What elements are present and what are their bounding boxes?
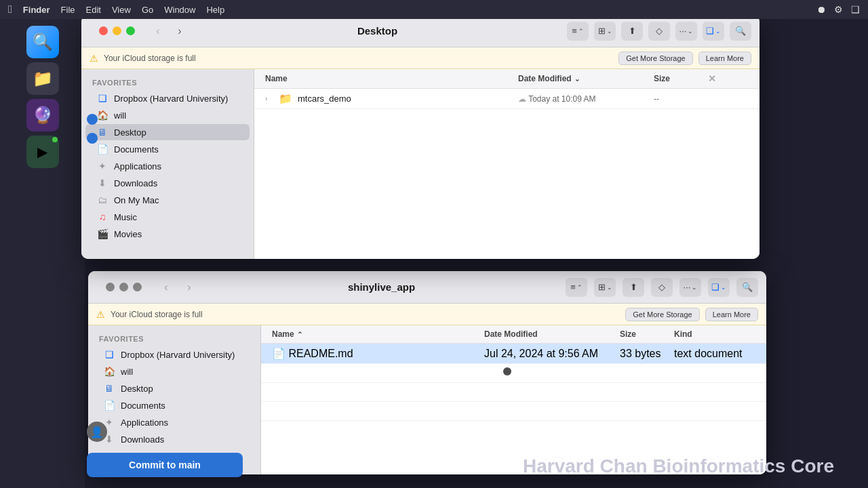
- sidebar-item-dropbox-top[interactable]: ❑ Dropbox (Harvard University): [85, 90, 250, 106]
- menubar-file[interactable]: File: [61, 5, 75, 15]
- dropbox-menubar-icon[interactable]: ❑: [851, 4, 860, 15]
- col-name-top[interactable]: Name: [265, 73, 518, 84]
- dock-icon-app2[interactable]: 🔮: [26, 99, 59, 131]
- sidebar-item-desktop-top[interactable]: 🖥 Desktop: [85, 124, 250, 140]
- finder-title-bottom: shinylive_app: [204, 281, 559, 293]
- sort-arrow-name-bottom: ⌃: [297, 331, 302, 338]
- sidebar-item-downloads-top[interactable]: ⬇ Downloads: [85, 175, 250, 191]
- back-button-top[interactable]: ‹: [150, 23, 166, 39]
- search-btn-bottom[interactable]: 🔍: [736, 278, 758, 297]
- grid-view-btn-top[interactable]: ⊞ ⌄: [594, 22, 616, 41]
- close-button-bottom[interactable]: [106, 283, 115, 291]
- col-date-bottom[interactable]: Date Modified: [484, 329, 620, 339]
- empty-row-3: [261, 402, 766, 421]
- learn-more-btn-bottom[interactable]: Learn More: [705, 308, 758, 321]
- dock-icon-app3[interactable]: ▶: [26, 136, 59, 168]
- more-btn-top[interactable]: ··· ⌄: [675, 22, 697, 41]
- col-date-top[interactable]: Date Modified ⌄: [518, 73, 654, 84]
- sidebar-item-documents-bottom[interactable]: 📄 Documents: [92, 397, 256, 413]
- sidebar-item-onmymac-top[interactable]: 🗂 On My Mac: [85, 192, 250, 208]
- dock-icon-finder[interactable]: 🔍: [26, 26, 59, 58]
- menubar-window[interactable]: Window: [164, 5, 195, 15]
- maximize-button-top[interactable]: [126, 26, 135, 35]
- row-size-readme: 33 bytes: [620, 348, 674, 360]
- row-size-mtcars: --: [654, 94, 708, 104]
- desktop-icon-bottom: 🖥: [103, 382, 115, 394]
- list-view-btn-bottom[interactable]: ≡ ⌃: [566, 278, 587, 297]
- sidebar-item-movies-top[interactable]: 🎬 Movies: [85, 226, 250, 242]
- search-btn-top[interactable]: 🔍: [730, 22, 751, 41]
- finder-content-top: Name Date Modified ⌄ Size ✕ › 📁 mtcars_d…: [254, 69, 760, 259]
- sidebar-label-movies-top: Movies: [114, 229, 142, 239]
- forward-button-bottom[interactable]: ›: [181, 279, 197, 296]
- view-toggle-bottom: ≡ ⌃: [566, 278, 587, 297]
- sidebar-item-music-top[interactable]: ♫ Music: [85, 209, 250, 225]
- list-view-btn-top[interactable]: ≡ ⌃: [567, 22, 589, 41]
- menubar-help[interactable]: Help: [206, 5, 224, 15]
- git-status-area: [87, 114, 98, 125]
- extensions-icon[interactable]: ⚙: [834, 4, 843, 15]
- table-row-readme[interactable]: 📄 README.md Jul 24, 2024 at 9:56 AM 33 b…: [261, 344, 766, 364]
- sidebar-item-downloads-bottom[interactable]: ⬇ Downloads: [92, 431, 256, 447]
- dropbox-sidebar-icon-bottom: ❑: [103, 348, 115, 361]
- left-dock: 🔍 📁 🔮 ▶: [0, 19, 85, 488]
- share-btn-bottom[interactable]: ⬆: [623, 278, 644, 297]
- icloud-banner-top: ⚠ Your iCloud storage is full Get More S…: [81, 47, 760, 69]
- sidebar-label-will-top: will: [114, 110, 126, 121]
- sidebar-item-applications-top[interactable]: ✦ Applications: [85, 158, 250, 174]
- back-button-bottom[interactable]: ‹: [158, 279, 174, 296]
- forward-button-top[interactable]: ›: [172, 23, 188, 39]
- more-btn-bottom[interactable]: ··· ⌄: [679, 278, 701, 297]
- dropbox-btn-top[interactable]: ❑ ⌄: [703, 22, 724, 41]
- dropbox-toolbar-bottom: ❑ ⌄: [708, 278, 730, 297]
- finder-title-top: Desktop: [193, 25, 561, 37]
- get-more-storage-btn-bottom[interactable]: Get More Storage: [625, 308, 699, 321]
- warning-icon-bottom: ⚠: [96, 309, 105, 320]
- sidebar-item-applications-bottom[interactable]: ✦ Applications: [92, 414, 256, 430]
- col-size-bottom[interactable]: Size: [620, 329, 674, 339]
- menubar-go[interactable]: Go: [142, 5, 153, 15]
- sidebar-item-desktop-bottom[interactable]: 🖥 Desktop: [92, 380, 256, 396]
- sidebar-item-will-bottom[interactable]: 🏠 will: [92, 363, 256, 380]
- movies-icon-top: 🎬: [96, 228, 108, 240]
- applications-icon-top: ✦: [96, 160, 108, 172]
- table-row-mtcars[interactable]: › 📁 mtcars_demo ☁ Today at 10:09 AM --: [254, 89, 760, 109]
- harvard-text: Harvard Chan Bioinformatics Core: [523, 455, 834, 477]
- content-header-bottom: Name ⌃ Date Modified Size Kind: [261, 325, 766, 344]
- grid-view-btn-bottom[interactable]: ⊞ ⌄: [594, 278, 616, 297]
- tag-btn-bottom[interactable]: ◇: [651, 278, 673, 297]
- sidebar-item-documents-top[interactable]: 📄 Documents: [85, 141, 250, 157]
- menubar-view[interactable]: View: [112, 5, 131, 15]
- share-btn-top[interactable]: ⬆: [621, 22, 643, 41]
- maximize-button-bottom[interactable]: [133, 283, 142, 291]
- icloud-message-bottom: Your iCloud storage is full: [111, 310, 203, 319]
- apple-menu-icon[interactable]: : [8, 3, 12, 16]
- git-status-area-2: [87, 133, 98, 144]
- expand-arrow-mtcars[interactable]: ›: [265, 95, 273, 102]
- col-size-top[interactable]: Size: [654, 73, 708, 84]
- learn-more-btn-top[interactable]: Learn More: [698, 52, 751, 65]
- user-icon-symbol: 👤: [90, 426, 104, 439]
- downloads-icon-top: ⬇: [96, 177, 108, 189]
- tag-btn-top[interactable]: ◇: [648, 22, 670, 41]
- file-icon-readme: 📄: [272, 348, 285, 359]
- sidebar-item-dropbox-bottom[interactable]: ❑ Dropbox (Harvard University): [92, 346, 256, 363]
- record-icon[interactable]: ⏺: [816, 4, 826, 15]
- sidebar-item-will-top[interactable]: 🏠 will: [85, 107, 250, 123]
- col-name-bottom[interactable]: Name ⌃: [272, 329, 484, 339]
- row-kind-readme: text document: [674, 348, 755, 360]
- sort-arrow-top: ⌄: [574, 75, 580, 83]
- get-more-storage-btn-top[interactable]: Get More Storage: [618, 52, 692, 65]
- finder-body-top: Favorites ❑ Dropbox (Harvard University)…: [81, 69, 760, 259]
- close-button-top[interactable]: [99, 26, 108, 35]
- grid-view-group-top: ⊞ ⌄: [594, 22, 616, 41]
- dropbox-btn-bottom[interactable]: ❑ ⌄: [708, 278, 730, 297]
- col-kind-bottom[interactable]: Kind: [674, 329, 755, 339]
- commit-to-main-button[interactable]: Commit to main: [87, 453, 243, 477]
- dock-icon-app1[interactable]: 📁: [26, 62, 59, 95]
- menubar-edit[interactable]: Edit: [86, 5, 101, 15]
- user-avatar[interactable]: 👤: [87, 422, 107, 442]
- menubar-finder[interactable]: Finder: [23, 5, 50, 15]
- minimize-button-bottom[interactable]: [119, 283, 128, 291]
- minimize-button-top[interactable]: [113, 26, 121, 35]
